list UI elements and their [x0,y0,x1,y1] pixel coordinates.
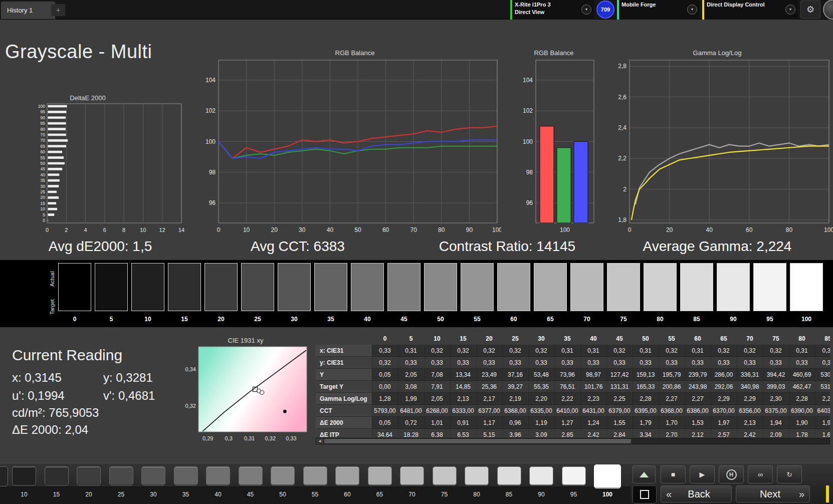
level-chip-45[interactable] [239,466,263,485]
level-chip-15[interactable] [45,466,69,485]
svg-text:0,3: 0,3 [225,435,233,441]
grayscale-swatch-label: 85 [693,316,700,323]
level-chip-70[interactable] [400,466,424,485]
table-cell: 6386,00 [685,405,711,417]
scrollbar-left-arrow-icon[interactable]: ◄ [316,438,323,444]
source-name: Mobile Forge [621,1,685,9]
svg-text:100: 100 [205,138,216,145]
grayscale-swatch-30 [278,263,311,311]
stop-button[interactable]: ■ [661,465,686,483]
svg-text:0,34: 0,34 [185,366,196,372]
level-chip-35[interactable] [174,466,198,485]
svg-text:80: 80 [41,127,46,132]
level-chip-25[interactable] [109,466,133,485]
svg-text:2: 2 [623,186,627,193]
next-button[interactable]: Next » [736,485,810,502]
table-row[interactable]: y: CIE310,320,330,330,330,330,330,330,33… [316,357,830,369]
stat-avg-cct: Avg CCT: 6383 [207,238,388,257]
play-button[interactable]: ▶ [690,465,715,483]
table-cell: 2,23 [580,393,606,405]
table-cell: 0,32 [528,345,554,357]
table-row[interactable]: ΔE ITP34,6418,286,386,535,153,963,092,85… [316,429,830,437]
table-cell: 2,42 [580,429,606,437]
table-row-label: Target Y [316,381,372,393]
level-chip-10[interactable] [12,466,36,485]
grayscale-swatch-95 [753,263,786,311]
level-chip-100[interactable] [594,464,621,488]
scrollbar-thumb[interactable] [324,439,631,443]
topbar: History 1 + X-Rite i1Pro 3 Direct View ▼… [0,0,833,20]
settings-button[interactable]: ⚙ [800,1,820,19]
table-cell: 5,15 [476,429,502,437]
svg-text:2,2: 2,2 [618,155,627,162]
level-chip-40[interactable] [206,466,230,485]
meter-select-button[interactable]: X-Rite i1Pro 3 Direct View ▼ [510,0,594,20]
tab-history-1[interactable]: History 1 [1,2,55,19]
level-chip-90[interactable] [529,466,553,485]
level-chip-clipped[interactable] [0,466,8,486]
svg-text:65: 65 [41,144,46,149]
table-row[interactable]: CCT5793,006481,006268,006333,006377,0063… [316,405,830,417]
table-scrollbar[interactable]: ◄ [316,438,830,444]
level-chip-60[interactable] [335,466,359,485]
table-cell: 0,31 [815,345,830,357]
table-cell: 3,08 [398,381,424,393]
refresh-button[interactable]: ↻ [777,465,802,483]
level-chip-80[interactable] [465,466,489,485]
table-cell: 2,30 [763,393,789,405]
h-circle-button[interactable]: H [719,465,744,483]
svg-text:45: 45 [41,166,46,171]
level-chip-label: 55 [303,491,327,498]
svg-text:98: 98 [526,169,533,176]
table-row[interactable]: ΔE 20000,050,721,010,911,170,961,191,271… [316,417,830,429]
table-cell: 0,33 [398,357,424,369]
table-row[interactable]: Target Y0,003,087,9114,8525,3639,2755,35… [316,381,830,393]
reading-x: x: 0,3145 [12,371,62,385]
level-chip-65[interactable] [368,466,392,485]
play-icon: ▶ [700,470,705,478]
table-row-label: x: CIE31 [316,345,372,357]
table-cell: 14,85 [450,381,476,393]
svg-text:50: 50 [354,226,361,233]
current-reading-title: Current Reading [12,347,122,364]
table-cell: 0,32 [502,345,528,357]
table-col-header: 20 [476,333,502,345]
level-chip-30[interactable] [141,466,165,485]
expand-up-button[interactable] [633,465,656,483]
strip-row-label-target: Target [49,293,56,321]
table-cell: 1,94 [763,417,789,429]
svg-text:35: 35 [41,178,46,183]
infinity-button[interactable]: ∞ [748,465,773,483]
level-chip-label: 10 [12,491,36,498]
level-chip-50[interactable] [271,466,295,485]
level-chip-75[interactable] [433,466,457,485]
level-chip-85[interactable] [497,466,521,485]
add-tab-button[interactable]: + [51,4,65,16]
table-col-header: 15 [450,333,476,345]
table-cell: 0,31 [398,345,424,357]
display-control-select-button[interactable]: Direct Display Control ▼ [702,0,798,20]
svg-text:90: 90 [41,115,46,120]
table-cell: 2,27 [685,393,711,405]
svg-text:20: 20 [41,195,46,200]
table-cell: 13,34 [450,369,476,381]
round-logo-button[interactable] [823,0,833,20]
table-cell: 6379,00 [606,405,633,417]
level-chip-55[interactable] [303,466,327,485]
table-row[interactable]: Gamma Log/Log1,281,992,052,132,172,192,2… [316,393,830,405]
pattern-window-button[interactable] [633,485,657,503]
table-row[interactable]: Y0,052,057,0813,3423,4937,1653,4873,9698… [316,369,830,381]
table-cell: 53,48 [528,369,554,381]
source-select-button[interactable]: Mobile Forge ▼ [617,0,700,20]
level-chip-95[interactable] [562,466,586,485]
table-cell: 1,78 [789,429,815,437]
back-button[interactable]: « Back [661,485,732,502]
table-row[interactable]: x: CIE310,330,310,320,320,320,320,320,31… [316,345,830,357]
table-cell: 0,33 [580,357,606,369]
target-colorspace-badge[interactable]: 709 [596,1,614,19]
table-row-label: CCT [316,405,372,417]
h-circle-icon: H [726,469,737,480]
stat-contrast-ratio: Contrast Ratio: 14145 [412,238,602,257]
grayscale-swatch-35 [314,263,347,311]
level-chip-20[interactable] [77,466,101,485]
